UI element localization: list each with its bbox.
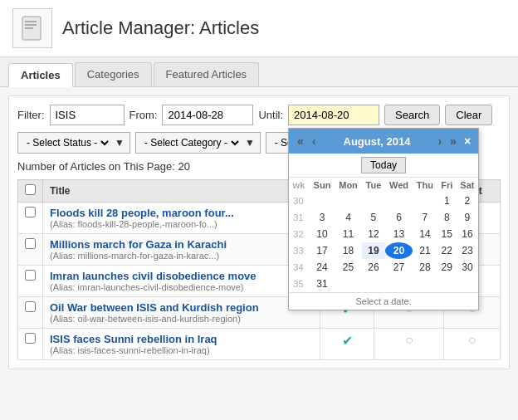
- row-checkbox[interactable]: [25, 238, 36, 249]
- cal-day-cell: [457, 276, 478, 292]
- row-checkbox[interactable]: [25, 301, 36, 312]
- svg-rect-2: [25, 24, 37, 26]
- row-checkbox[interactable]: [25, 333, 36, 344]
- calendar-month-title: August, 2014: [320, 135, 434, 148]
- cal-day-cell[interactable]: 1: [437, 193, 457, 209]
- cal-day-cell: [335, 193, 362, 209]
- article-title[interactable]: Imran launches civil disobedience move: [50, 270, 257, 282]
- article-alias: (Alias: isis-faces-sunni-rebellion-in-ir…: [50, 345, 313, 355]
- article-status[interactable]: ✔: [320, 329, 374, 360]
- cal-week-cell: 33: [289, 242, 310, 259]
- article-alias: (Alias: millions-march-for-gaza-in-karac…: [50, 251, 313, 261]
- filter-input[interactable]: [50, 105, 125, 125]
- cal-day-cell[interactable]: 29: [437, 259, 457, 276]
- cal-day-cell[interactable]: 24: [310, 259, 335, 276]
- page-header: Article Manager: Articles: [0, 0, 518, 57]
- table-row: ISIS faces Sunni rebellion in Iraq(Alias…: [18, 329, 501, 360]
- cal-day-cell[interactable]: 16: [457, 226, 478, 242]
- calendar-today-btn[interactable]: Today: [361, 157, 406, 173]
- cal-week-cell: 31: [289, 209, 310, 226]
- until-date-input[interactable]: [288, 105, 379, 125]
- cal-day-cell[interactable]: 14: [413, 226, 437, 242]
- category-select[interactable]: - Select Category - ▼: [135, 132, 261, 154]
- tab-featured-articles[interactable]: Featured Articles: [154, 62, 260, 86]
- article-title[interactable]: Oil War between ISIS and Kurdish region: [50, 301, 259, 314]
- cal-day-cell: [413, 276, 437, 292]
- cal-fri-header: Fri: [437, 178, 457, 193]
- cal-week-cell: 34: [289, 259, 310, 276]
- cal-day-cell: [362, 193, 385, 209]
- cal-day-cell[interactable]: 18: [335, 242, 362, 259]
- category-select-input[interactable]: - Select Category -: [141, 136, 242, 149]
- tab-articles[interactable]: Articles: [8, 63, 73, 87]
- status-select-input[interactable]: - Select Status -: [23, 136, 111, 149]
- cal-day-cell[interactable]: 30: [457, 259, 478, 276]
- cal-day-cell[interactable]: 12: [362, 226, 385, 242]
- article-title[interactable]: Floods kill 28 people, maroon four...: [50, 207, 234, 219]
- tabs-bar: Articles Categories Featured Articles: [0, 57, 518, 87]
- cal-day-cell[interactable]: 4: [335, 209, 362, 226]
- cal-day-cell[interactable]: 26: [362, 259, 385, 276]
- page-title: Article Manager: Articles: [62, 17, 259, 39]
- cal-sun-header: Sun: [310, 178, 335, 193]
- featured-circle-icon: ○: [405, 333, 413, 347]
- cal-next-year-btn[interactable]: »: [446, 133, 461, 149]
- cal-day-cell[interactable]: 22: [437, 242, 457, 259]
- cal-day-cell[interactable]: 13: [385, 226, 413, 242]
- cal-day-cell[interactable]: 23: [457, 242, 478, 259]
- article-import[interactable]: ○: [444, 329, 501, 360]
- row-checkbox[interactable]: [25, 270, 36, 281]
- calendar-header: « ‹ August, 2014 › » ×: [289, 129, 478, 154]
- article-title[interactable]: Millions march for Gaza in Karachi: [50, 238, 227, 251]
- cal-prev-year-btn[interactable]: «: [293, 133, 308, 149]
- select-all-checkbox[interactable]: [25, 184, 36, 195]
- cal-day-cell[interactable]: 2: [457, 193, 478, 209]
- header-icon: [12, 8, 52, 48]
- calendar-footer: Select a date.: [289, 292, 478, 310]
- calendar-today-row: Today: [289, 154, 478, 178]
- svg-rect-3: [25, 27, 33, 29]
- article-featured[interactable]: ○: [374, 329, 444, 360]
- cal-day-cell: [362, 276, 385, 292]
- cal-day-cell[interactable]: 6: [385, 209, 413, 226]
- cal-day-cell: [437, 276, 457, 292]
- calendar-close-btn[interactable]: ×: [461, 134, 474, 148]
- cal-day-cell[interactable]: 8: [437, 209, 457, 226]
- cal-prev-month-btn[interactable]: ‹: [308, 133, 320, 149]
- cal-next-month-btn[interactable]: ›: [433, 133, 446, 149]
- cal-day-cell[interactable]: 31: [310, 276, 335, 292]
- cal-day-cell[interactable]: 20: [385, 242, 413, 259]
- cal-day-cell[interactable]: 19: [362, 242, 385, 259]
- cal-day-cell: [413, 193, 437, 209]
- cal-day-cell[interactable]: 17: [310, 242, 335, 259]
- cal-day-cell[interactable]: 11: [335, 226, 362, 242]
- cal-day-cell[interactable]: 27: [385, 259, 413, 276]
- cal-wed-header: Wed: [385, 178, 413, 193]
- svg-rect-1: [25, 21, 37, 22]
- cal-tue-header: Tue: [362, 178, 385, 193]
- from-date-input[interactable]: [162, 105, 253, 125]
- cal-day-cell[interactable]: 21: [413, 242, 437, 259]
- cal-day-cell[interactable]: 15: [437, 226, 457, 242]
- article-alias: (Alias: floods-kill-28-people,-maroon-fo…: [50, 219, 313, 229]
- cal-day-cell[interactable]: 9: [457, 209, 478, 226]
- calendar-overlay: « ‹ August, 2014 › » × Today wk Sun Mo: [288, 128, 479, 310]
- until-label: Until:: [258, 109, 283, 121]
- main-content: Filter: From: Until: « ‹ August, 2014 › …: [8, 95, 510, 369]
- cal-day-cell[interactable]: 3: [310, 209, 335, 226]
- article-title[interactable]: ISIS faces Sunni rebellion in Iraq: [50, 333, 217, 345]
- cal-day-cell: [310, 193, 335, 209]
- tab-categories[interactable]: Categories: [75, 62, 152, 86]
- calendar-grid: wk Sun Mon Tue Wed Thu Fri Sat 301231345…: [289, 178, 478, 292]
- cal-sat-header: Sat: [457, 178, 478, 193]
- status-select[interactable]: - Select Status - ▼: [17, 132, 130, 154]
- cal-day-cell[interactable]: 5: [362, 209, 385, 226]
- filter-label: Filter:: [17, 109, 45, 121]
- search-button[interactable]: Search: [384, 105, 440, 125]
- row-checkbox[interactable]: [25, 207, 36, 217]
- cal-day-cell[interactable]: 25: [335, 259, 362, 276]
- cal-day-cell[interactable]: 10: [310, 226, 335, 242]
- cal-day-cell[interactable]: 28: [413, 259, 437, 276]
- cal-day-cell[interactable]: 7: [413, 209, 437, 226]
- clear-button[interactable]: Clear: [445, 105, 492, 125]
